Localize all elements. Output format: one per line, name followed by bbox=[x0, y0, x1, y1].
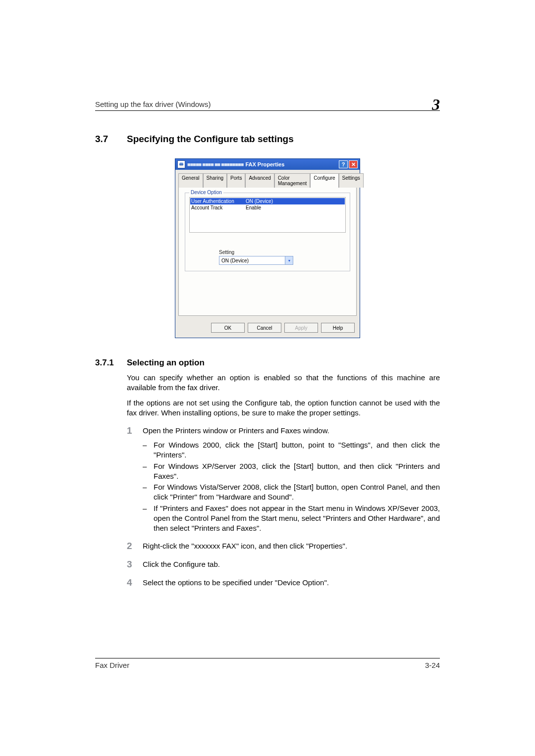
printer-icon bbox=[177, 160, 185, 168]
groupbox-label: Device Option bbox=[189, 190, 223, 195]
option-key: Account Track bbox=[191, 205, 246, 210]
tab-configure[interactable]: Configure bbox=[310, 173, 338, 188]
chapter-number: 3 bbox=[432, 100, 440, 109]
option-value: Enable bbox=[246, 205, 261, 210]
apply-button[interactable]: Apply bbox=[284, 323, 318, 333]
list-text: If "Printers and Faxes" does not appear … bbox=[154, 504, 440, 534]
option-row[interactable]: Account Track Enable bbox=[190, 204, 345, 211]
help-button[interactable]: Help bbox=[321, 323, 355, 333]
footer-left: Fax Driver bbox=[95, 661, 129, 669]
list-text: For Windows 2000, click the [Start] butt… bbox=[154, 440, 440, 460]
option-key: User Authentication bbox=[191, 199, 246, 204]
list-item: –For Windows 2000, click the [Start] but… bbox=[143, 440, 440, 460]
dialog-title-prefix: ■■■■■ ■■■■ ■■ ■■■■■■■■ bbox=[187, 161, 243, 167]
dialog-title: FAX Properties bbox=[245, 161, 284, 167]
tab-general[interactable]: General bbox=[178, 173, 203, 188]
device-option-group: Device Option User Authentication ON (De… bbox=[185, 193, 350, 271]
combo-value: ON (Device) bbox=[221, 258, 249, 263]
step-text: Right-click the "xxxxxxx FAX" icon, and … bbox=[143, 541, 440, 551]
setting-combo[interactable]: ON (Device) ▾ bbox=[219, 256, 293, 265]
list-item: –If "Printers and Faxes" does not appear… bbox=[143, 504, 440, 534]
option-list[interactable]: User Authentication ON (Device) Account … bbox=[189, 197, 346, 233]
option-row[interactable]: User Authentication ON (Device) bbox=[190, 198, 345, 204]
help-icon[interactable]: ? bbox=[339, 160, 348, 168]
section-number: 3.7 bbox=[95, 134, 127, 145]
tab-settings[interactable]: Settings bbox=[339, 173, 364, 188]
svg-rect-1 bbox=[180, 162, 183, 163]
svg-rect-0 bbox=[179, 163, 183, 165]
step-text: Click the Configure tab. bbox=[143, 559, 440, 569]
step-text: Select the options to be specified under… bbox=[143, 578, 440, 588]
list-item: –For Windows Vista/Server 2008, click th… bbox=[143, 482, 440, 503]
subsection-title: Selecting an option bbox=[127, 358, 205, 368]
close-icon[interactable]: ✕ bbox=[349, 160, 358, 168]
list-text: For Windows Vista/Server 2008, click the… bbox=[154, 482, 440, 503]
setting-label: Setting bbox=[219, 250, 346, 255]
subsection-number: 3.7.1 bbox=[95, 358, 127, 368]
paragraph: If the options are not set using the Con… bbox=[127, 398, 440, 418]
ok-button[interactable]: OK bbox=[211, 323, 245, 333]
tab-advanced[interactable]: Advanced bbox=[245, 173, 274, 188]
step-number: 2 bbox=[127, 541, 143, 552]
tab-sharing[interactable]: Sharing bbox=[203, 173, 227, 188]
running-header: Setting up the fax driver (Windows) bbox=[95, 100, 211, 108]
tab-ports[interactable]: Ports bbox=[227, 173, 245, 188]
tab-strip: General Sharing Ports Advanced Color Man… bbox=[178, 173, 357, 187]
svg-rect-2 bbox=[180, 165, 183, 166]
step-number: 4 bbox=[127, 578, 143, 588]
list-item: –For Windows XP/Server 2003, click the [… bbox=[143, 461, 440, 482]
tab-color-management[interactable]: Color Management bbox=[274, 173, 310, 188]
list-text: For Windows XP/Server 2003, click the [S… bbox=[154, 461, 440, 482]
step-number: 3 bbox=[127, 559, 143, 570]
option-value: ON (Device) bbox=[246, 199, 273, 204]
paragraph: You can specify whether an option is ena… bbox=[127, 373, 440, 393]
step-number: 1 bbox=[127, 426, 143, 436]
cancel-button[interactable]: Cancel bbox=[248, 323, 281, 333]
footer-right: 3-24 bbox=[425, 661, 440, 669]
dialog-screenshot: ■■■■■ ■■■■ ■■ ■■■■■■■■ FAX Properties ? … bbox=[175, 158, 360, 338]
chevron-down-icon[interactable]: ▾ bbox=[285, 256, 293, 264]
dialog-titlebar: ■■■■■ ■■■■ ■■ ■■■■■■■■ FAX Properties ? … bbox=[175, 159, 360, 170]
step-text: Open the Printers window or Printers and… bbox=[143, 426, 440, 436]
section-title: Specifying the Configure tab settings bbox=[127, 134, 294, 145]
